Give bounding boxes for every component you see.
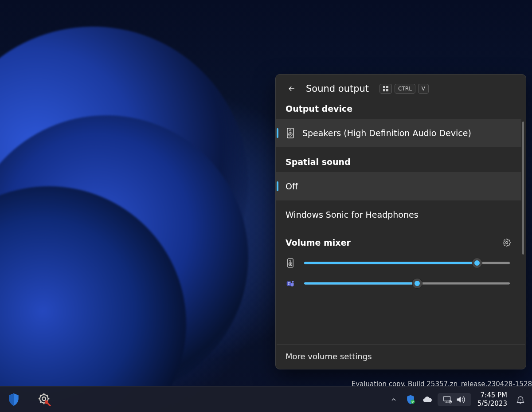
v-key: V	[418, 84, 429, 94]
taskbar-clock[interactable]: 7:45 PM 5/5/2023	[471, 391, 512, 408]
shield-check-icon	[406, 395, 415, 404]
network-icon	[443, 396, 452, 404]
system-volume-slider[interactable]	[304, 259, 510, 267]
svg-point-8	[506, 242, 508, 244]
slider-thumb[interactable]	[472, 258, 482, 268]
panel-scroll-area: Output device Speakers (High Definition …	[276, 101, 526, 336]
svg-rect-1	[386, 86, 388, 88]
spatial-option-sonic[interactable]: Windows Sonic for Headphones	[276, 200, 521, 229]
speaker-device-icon	[286, 128, 295, 138]
cloud-icon	[422, 396, 432, 403]
tray-onedrive-icon[interactable]	[422, 395, 432, 404]
more-volume-settings-label: More volume settings	[286, 352, 372, 361]
taskbar: 7:45 PM 5/5/2023 z	[0, 386, 532, 412]
mixer-app-row: T	[276, 272, 521, 293]
svg-line-24	[40, 401, 41, 402]
clock-date: 5/5/2023	[477, 400, 507, 408]
gear-icon	[503, 239, 511, 247]
taskbar-security-icon[interactable]	[7, 393, 20, 406]
output-device-speakers[interactable]: Speakers (High Definition Audio Device)	[276, 119, 521, 147]
svg-point-17	[42, 397, 46, 400]
notification-center-button[interactable]: z	[512, 395, 529, 404]
spatial-option-off[interactable]: Off	[276, 172, 521, 200]
gear-wrench-icon	[38, 393, 51, 406]
slider-fill	[304, 283, 417, 285]
arrow-left-icon	[287, 84, 296, 93]
wallpaper-bloom	[0, 93, 271, 412]
windows-icon	[383, 86, 388, 91]
spatial-option-sonic-label: Windows Sonic for Headphones	[286, 210, 419, 220]
notification-bell-icon: z	[516, 395, 525, 404]
svg-point-32	[450, 401, 450, 402]
svg-point-12	[290, 263, 291, 264]
more-volume-settings-link[interactable]: More volume settings	[276, 345, 526, 369]
wallpaper-bloom	[0, 141, 231, 412]
svg-rect-3	[386, 89, 388, 91]
spatial-sound-label: Spatial sound	[276, 147, 521, 172]
ctrl-key: CTRL	[395, 84, 415, 94]
tray-overflow-button[interactable]	[389, 395, 399, 404]
svg-point-15	[292, 281, 294, 283]
svg-point-10	[290, 260, 291, 261]
svg-text:T: T	[288, 282, 290, 286]
slider-thumb[interactable]	[412, 279, 422, 288]
taskbar-settings-icon[interactable]	[38, 393, 51, 406]
taskbar-left	[7, 393, 51, 406]
wallpaper-bloom	[0, 0, 283, 372]
svg-rect-2	[383, 89, 385, 91]
panel-header: Sound output CTRL V	[276, 82, 526, 101]
shield-icon	[8, 393, 20, 406]
svg-point-11	[289, 263, 292, 266]
output-device-label: Output device	[276, 101, 521, 119]
svg-point-5	[289, 129, 291, 131]
back-button[interactable]	[286, 82, 298, 95]
svg-point-7	[290, 134, 291, 135]
system-tray	[389, 395, 438, 404]
system-speaker-icon[interactable]	[286, 258, 295, 268]
volume-icon	[456, 396, 466, 404]
svg-point-6	[289, 133, 292, 136]
svg-text:z: z	[520, 398, 521, 401]
network-volume-button[interactable]	[438, 393, 471, 406]
volume-mixer-label: Volume mixer	[286, 238, 351, 247]
mixer-system-row	[276, 252, 521, 272]
svg-line-25	[47, 395, 48, 396]
svg-rect-28	[443, 396, 450, 401]
svg-rect-0	[383, 86, 385, 88]
teams-app-icon[interactable]: T	[286, 279, 295, 288]
volume-mixer-header: Volume mixer	[276, 229, 521, 252]
sound-output-panel: Sound output CTRL V Output device Speake…	[275, 74, 526, 369]
clock-time: 7:45 PM	[477, 391, 507, 400]
svg-line-22	[40, 395, 41, 396]
scrollbar[interactable]	[522, 122, 524, 255]
spatial-option-off-label: Off	[286, 181, 298, 191]
panel-title: Sound output	[306, 83, 369, 94]
slider-fill	[304, 262, 477, 264]
win-key	[379, 84, 392, 94]
tray-security-icon[interactable]	[406, 395, 415, 404]
output-device-name: Speakers (High Definition Audio Device)	[302, 128, 471, 138]
taskbar-right: 7:45 PM 5/5/2023 z	[389, 391, 529, 408]
keyboard-shortcut: CTRL V	[379, 84, 429, 94]
mixer-settings-button[interactable]	[503, 239, 511, 247]
app-volume-slider[interactable]	[304, 279, 510, 287]
chevron-up-icon	[390, 396, 397, 403]
